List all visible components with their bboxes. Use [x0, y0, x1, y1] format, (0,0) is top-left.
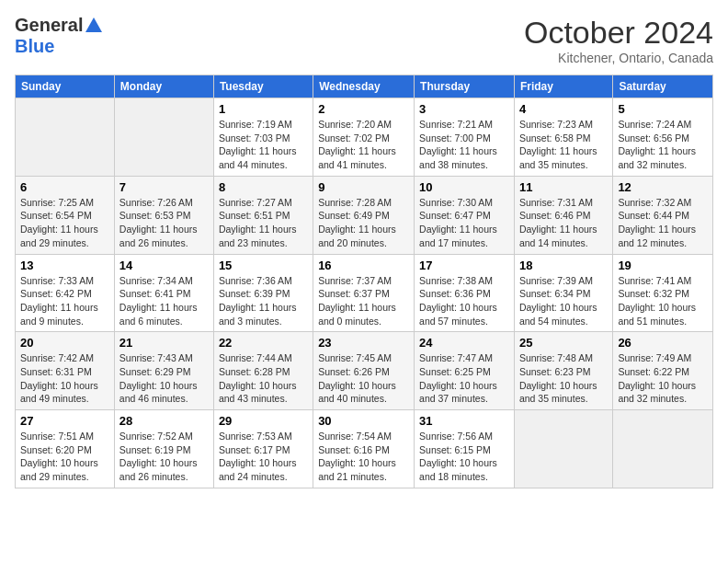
calendar-cell: 25 Sunrise: 7:48 AM Sunset: 6:23 PM Dayl…	[514, 332, 612, 410]
sunset-text: Sunset: 6:58 PM	[519, 132, 608, 145]
sunrise-text: Sunrise: 7:47 AM	[419, 351, 509, 365]
calendar-cell	[114, 98, 213, 177]
day-number: 17	[419, 259, 509, 272]
sunrise-text: Sunrise: 7:27 AM	[219, 196, 308, 210]
sunrise-text: Sunrise: 7:53 AM	[219, 430, 308, 443]
daylight-text: Daylight: 11 hours and 3 minutes.	[219, 301, 308, 327]
day-number: 4	[519, 102, 608, 116]
sunrise-text: Sunrise: 7:45 AM	[318, 351, 409, 365]
calendar-cell: 19 Sunrise: 7:41 AM Sunset: 6:32 PM Dayl…	[613, 254, 713, 332]
calendar-cell: 5 Sunrise: 7:24 AM Sunset: 6:56 PM Dayli…	[613, 98, 713, 177]
calendar-cell: 26 Sunrise: 7:49 AM Sunset: 6:22 PM Dayl…	[613, 332, 713, 410]
calendar-week-5: 27 Sunrise: 7:51 AM Sunset: 6:20 PM Dayl…	[16, 410, 713, 488]
daylight-text: Daylight: 11 hours and 38 minutes.	[419, 144, 509, 171]
sunset-text: Sunset: 6:25 PM	[419, 365, 509, 379]
daylight-text: Daylight: 10 hours and 40 minutes.	[318, 379, 409, 406]
calendar-cell: 8 Sunrise: 7:27 AM Sunset: 6:51 PM Dayli…	[213, 176, 313, 254]
daylight-text: Daylight: 11 hours and 41 minutes.	[318, 144, 409, 171]
daylight-text: Daylight: 11 hours and 12 minutes.	[618, 223, 708, 249]
day-number: 27	[20, 414, 109, 428]
calendar-cell: 23 Sunrise: 7:45 AM Sunset: 6:26 PM Dayl…	[313, 332, 415, 410]
calendar-cell: 17 Sunrise: 7:38 AM Sunset: 6:36 PM Dayl…	[415, 254, 515, 332]
day-number: 12	[618, 180, 708, 194]
daylight-text: Daylight: 10 hours and 57 minutes.	[419, 301, 509, 327]
sunset-text: Sunset: 6:37 PM	[318, 287, 409, 301]
daylight-text: Daylight: 11 hours and 0 minutes.	[318, 301, 409, 327]
calendar-cell: 28 Sunrise: 7:52 AM Sunset: 6:19 PM Dayl…	[114, 410, 213, 488]
calendar-cell: 12 Sunrise: 7:32 AM Sunset: 6:44 PM Dayl…	[613, 176, 713, 254]
calendar-cell: 11 Sunrise: 7:31 AM Sunset: 6:46 PM Dayl…	[514, 176, 612, 254]
daylight-text: Daylight: 11 hours and 14 minutes.	[519, 223, 608, 249]
calendar-cell: 14 Sunrise: 7:34 AM Sunset: 6:41 PM Dayl…	[114, 254, 213, 332]
sunset-text: Sunset: 6:39 PM	[219, 287, 308, 301]
sunset-text: Sunset: 6:17 PM	[219, 443, 308, 457]
day-number: 29	[219, 414, 308, 428]
daylight-text: Daylight: 10 hours and 54 minutes.	[519, 301, 608, 327]
sunset-text: Sunset: 6:44 PM	[618, 209, 708, 223]
calendar-cell: 15 Sunrise: 7:36 AM Sunset: 6:39 PM Dayl…	[213, 254, 313, 332]
day-number: 20	[20, 336, 109, 350]
daylight-text: Daylight: 10 hours and 21 minutes.	[318, 456, 409, 483]
sunrise-text: Sunrise: 7:34 AM	[119, 274, 209, 288]
sunset-text: Sunset: 6:22 PM	[618, 365, 708, 379]
calendar-week-1: 1 Sunrise: 7:19 AM Sunset: 7:03 PM Dayli…	[16, 98, 713, 177]
sunrise-text: Sunrise: 7:30 AM	[419, 196, 509, 210]
calendar-cell: 1 Sunrise: 7:19 AM Sunset: 7:03 PM Dayli…	[213, 98, 313, 177]
daylight-text: Daylight: 10 hours and 32 minutes.	[618, 379, 708, 406]
sunset-text: Sunset: 6:32 PM	[618, 287, 708, 301]
svg-marker-0	[85, 17, 102, 32]
sunrise-text: Sunrise: 7:25 AM	[20, 196, 109, 210]
sunrise-text: Sunrise: 7:54 AM	[318, 430, 409, 443]
sunrise-text: Sunrise: 7:56 AM	[419, 430, 509, 443]
sunset-text: Sunset: 6:26 PM	[318, 365, 409, 379]
calendar-cell: 7 Sunrise: 7:26 AM Sunset: 6:53 PM Dayli…	[114, 176, 213, 254]
logo-blue: Blue	[15, 36, 54, 56]
day-number: 25	[519, 336, 608, 350]
sunrise-text: Sunrise: 7:32 AM	[618, 196, 708, 210]
header-wednesday: Wednesday	[313, 75, 415, 98]
daylight-text: Daylight: 11 hours and 35 minutes.	[519, 144, 608, 171]
sunset-text: Sunset: 6:46 PM	[519, 209, 608, 223]
calendar-cell: 18 Sunrise: 7:39 AM Sunset: 6:34 PM Dayl…	[514, 254, 612, 332]
daylight-text: Daylight: 11 hours and 20 minutes.	[318, 223, 409, 249]
daylight-text: Daylight: 10 hours and 49 minutes.	[20, 379, 109, 406]
sunrise-text: Sunrise: 7:26 AM	[119, 196, 209, 210]
sunrise-text: Sunrise: 7:33 AM	[20, 274, 109, 288]
sunset-text: Sunset: 6:15 PM	[419, 443, 509, 457]
month-title: October 2024	[524, 15, 713, 51]
day-number: 1	[219, 102, 308, 116]
daylight-text: Daylight: 11 hours and 17 minutes.	[419, 223, 509, 249]
sunset-text: Sunset: 6:51 PM	[219, 209, 308, 223]
day-number: 16	[318, 259, 409, 272]
calendar-cell: 16 Sunrise: 7:37 AM Sunset: 6:37 PM Dayl…	[313, 254, 415, 332]
sunrise-text: Sunrise: 7:31 AM	[519, 196, 608, 210]
daylight-text: Daylight: 11 hours and 26 minutes.	[119, 223, 209, 249]
sunrise-text: Sunrise: 7:43 AM	[119, 351, 209, 365]
header-tuesday: Tuesday	[213, 75, 313, 98]
header-friday: Friday	[514, 75, 612, 98]
sunrise-text: Sunrise: 7:48 AM	[519, 351, 608, 365]
calendar-cell: 9 Sunrise: 7:28 AM Sunset: 6:49 PM Dayli…	[313, 176, 415, 254]
sunset-text: Sunset: 7:00 PM	[419, 132, 509, 145]
daylight-text: Daylight: 11 hours and 44 minutes.	[219, 144, 308, 171]
header-monday: Monday	[114, 75, 213, 98]
daylight-text: Daylight: 10 hours and 51 minutes.	[618, 301, 708, 327]
day-number: 30	[318, 414, 409, 428]
calendar-week-4: 20 Sunrise: 7:42 AM Sunset: 6:31 PM Dayl…	[16, 332, 713, 410]
sunrise-text: Sunrise: 7:42 AM	[20, 351, 109, 365]
sunrise-text: Sunrise: 7:24 AM	[618, 118, 708, 132]
page-header: General Blue October 2024 Kitchener, Ont…	[15, 15, 713, 65]
calendar-table: Sunday Monday Tuesday Wednesday Thursday…	[15, 75, 713, 488]
sunrise-text: Sunrise: 7:37 AM	[318, 274, 409, 288]
day-number: 2	[318, 102, 409, 116]
sunrise-text: Sunrise: 7:38 AM	[419, 274, 509, 288]
logo-triangle-icon	[85, 17, 102, 36]
day-number: 11	[519, 180, 608, 194]
sunset-text: Sunset: 6:23 PM	[519, 365, 608, 379]
header-saturday: Saturday	[613, 75, 713, 98]
day-number: 15	[219, 259, 308, 272]
sunset-text: Sunset: 6:20 PM	[20, 443, 109, 457]
sunset-text: Sunset: 6:49 PM	[318, 209, 409, 223]
day-number: 3	[419, 102, 509, 116]
sunset-text: Sunset: 6:34 PM	[519, 287, 608, 301]
